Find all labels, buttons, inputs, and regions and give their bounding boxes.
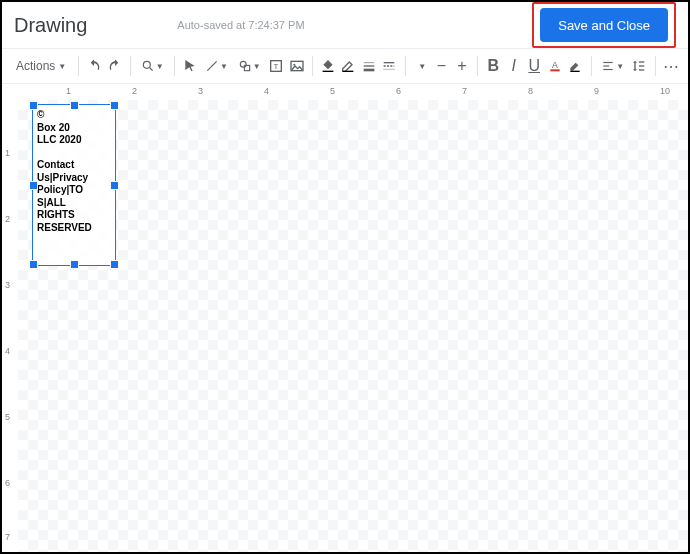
resize-handle-ne[interactable] <box>110 101 119 110</box>
text-line: © <box>37 109 44 120</box>
autosave-status: Auto-saved at 7:24:37 PM <box>177 19 304 31</box>
text-line: RESERVED <box>37 222 92 233</box>
border-weight-button[interactable] <box>360 53 379 79</box>
save-close-highlight: Save and Close <box>532 2 676 48</box>
resize-handle-e[interactable] <box>110 181 119 190</box>
align-button[interactable]: ▼ <box>597 53 628 79</box>
svg-rect-9 <box>322 71 333 72</box>
font-menu[interactable]: ▼ <box>413 53 430 79</box>
dialog-title: Drawing <box>14 14 87 37</box>
select-tool[interactable] <box>180 53 199 79</box>
underline-button[interactable]: U <box>525 53 544 79</box>
svg-rect-10 <box>343 71 354 72</box>
fill-color-button[interactable] <box>319 53 338 79</box>
dialog-header: Drawing Auto-saved at 7:24:37 PM Save an… <box>2 2 688 48</box>
text-line: Policy|TO <box>37 184 83 195</box>
vertical-ruler: 1 2 3 4 5 6 7 <box>2 100 19 552</box>
svg-line-1 <box>150 68 153 71</box>
actions-menu[interactable]: Actions▼ <box>10 59 72 73</box>
resize-handle-sw[interactable] <box>29 260 38 269</box>
text-line: LLC 2020 <box>37 134 81 145</box>
svg-point-0 <box>143 61 150 68</box>
save-and-close-button[interactable]: Save and Close <box>540 8 668 42</box>
font-size-inc[interactable]: + <box>453 53 472 79</box>
more-button[interactable]: ⋯ <box>661 53 680 79</box>
image-tool[interactable] <box>287 53 306 79</box>
textbox-tool[interactable]: T <box>267 53 286 79</box>
border-color-button[interactable] <box>339 53 358 79</box>
canvas[interactable]: © Box 20 LLC 2020 Contact Us|Privacy Pol… <box>18 100 688 552</box>
resize-handle-n[interactable] <box>70 101 79 110</box>
resize-handle-nw[interactable] <box>29 101 38 110</box>
italic-button[interactable]: I <box>504 53 523 79</box>
undo-button[interactable] <box>85 53 104 79</box>
text-line: Contact <box>37 159 74 170</box>
shape-tool[interactable]: ▼ <box>234 53 265 79</box>
svg-rect-18 <box>550 69 559 71</box>
font-size-dec[interactable]: − <box>432 53 451 79</box>
workspace: 1 2 3 4 5 6 7 8 9 10 1 2 3 4 5 6 7 © Box… <box>2 84 688 552</box>
toolbar: Actions▼ ▼ ▼ ▼ T ▼ − + B I U A ▼ ⋯ <box>2 48 688 84</box>
text-line: RIGHTS <box>37 209 75 220</box>
text-line: Us|Privacy <box>37 172 88 183</box>
bold-button[interactable]: B <box>484 53 503 79</box>
zoom-button[interactable]: ▼ <box>137 53 168 79</box>
border-dash-button[interactable] <box>380 53 399 79</box>
highlight-color-button[interactable] <box>566 53 585 79</box>
resize-handle-w[interactable] <box>29 181 38 190</box>
svg-text:A: A <box>552 60 558 70</box>
drawing-dialog: Drawing Auto-saved at 7:24:37 PM Save an… <box>0 0 690 554</box>
text-line: Box 20 <box>37 122 70 133</box>
redo-button[interactable] <box>106 53 125 79</box>
line-spacing-button[interactable] <box>630 53 649 79</box>
horizontal-ruler: 1 2 3 4 5 6 7 8 9 10 <box>18 84 688 101</box>
selected-text-box[interactable]: © Box 20 LLC 2020 Contact Us|Privacy Pol… <box>32 104 116 266</box>
svg-point-3 <box>240 61 246 67</box>
line-tool[interactable]: ▼ <box>201 53 232 79</box>
resize-handle-s[interactable] <box>70 260 79 269</box>
svg-line-2 <box>207 61 216 70</box>
resize-handle-se[interactable] <box>110 260 119 269</box>
svg-text:T: T <box>274 62 279 71</box>
text-line: S|ALL <box>37 197 66 208</box>
svg-rect-19 <box>571 71 580 72</box>
text-color-button[interactable]: A <box>546 53 565 79</box>
